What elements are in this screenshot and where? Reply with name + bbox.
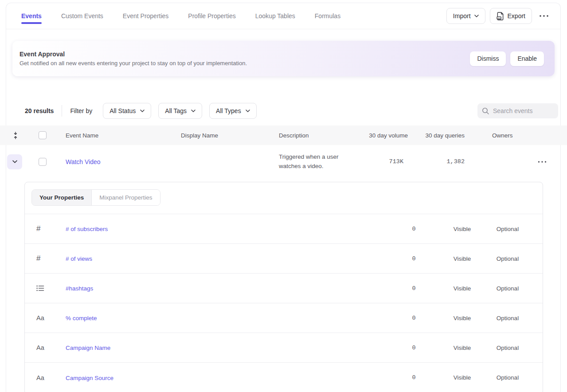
more-options-button[interactable] bbox=[536, 8, 551, 24]
property-requirement: Optional bbox=[485, 226, 530, 232]
row-checkbox[interactable] bbox=[39, 158, 47, 166]
tab-events[interactable]: Events bbox=[21, 3, 42, 29]
tab-formulas[interactable]: Formulas bbox=[315, 3, 340, 29]
nav-actions: Import csv Export bbox=[446, 8, 551, 24]
tab-custom-events[interactable]: Custom Events bbox=[61, 3, 103, 29]
text-type-icon: Aa bbox=[36, 374, 44, 381]
text-type-icon: Aa bbox=[36, 314, 44, 321]
banner-title: Event Approval bbox=[20, 51, 247, 58]
properties-tab-group: Your Properties Mixpanel Properties bbox=[31, 189, 160, 206]
dismiss-button[interactable]: Dismiss bbox=[470, 51, 506, 66]
export-label: Export bbox=[508, 12, 525, 20]
property-count: 0 bbox=[388, 315, 439, 321]
results-count: 20 results bbox=[25, 107, 54, 114]
search-icon bbox=[482, 107, 489, 115]
property-visibility: Visible bbox=[439, 285, 485, 292]
text-type-icon: Aa bbox=[36, 344, 44, 351]
event-name-link[interactable]: Watch Video bbox=[66, 158, 101, 165]
property-count: 0 bbox=[388, 255, 439, 262]
column-header-queries: 30 day queries bbox=[408, 132, 470, 139]
column-header-display-name: Display Name bbox=[173, 132, 271, 139]
vertical-divider bbox=[62, 105, 62, 117]
banner-description: Get notified on all new events entering … bbox=[20, 60, 247, 67]
top-navigation: Events Custom Events Event Properties Pr… bbox=[6, 3, 560, 29]
property-name-link[interactable]: Campaign Source bbox=[66, 375, 113, 381]
column-header-event-name: Event Name bbox=[58, 132, 173, 139]
event-approval-banner: Event Approval Get notified on all new e… bbox=[12, 41, 555, 76]
property-row: #hashtags 0 Visible Optional bbox=[25, 274, 543, 303]
list-type-icon bbox=[36, 285, 44, 291]
property-row: Aa Campaign Name 0 Visible Optional bbox=[25, 333, 543, 363]
collapse-all-icon[interactable] bbox=[12, 132, 19, 139]
property-count: 0 bbox=[388, 345, 439, 351]
property-requirement: Optional bbox=[485, 374, 530, 381]
banner-actions: Dismiss Enable bbox=[470, 51, 544, 66]
event-volume: 713K bbox=[359, 158, 408, 165]
nav-tabs: Events Custom Events Event Properties Pr… bbox=[21, 3, 340, 29]
tags-filter-label: All Tags bbox=[165, 107, 187, 114]
tab-events-label: Events bbox=[21, 12, 42, 20]
tab-custom-events-label: Custom Events bbox=[61, 12, 103, 20]
tab-event-properties[interactable]: Event Properties bbox=[123, 3, 169, 29]
filter-bar: 20 results Filter by All Status All Tags… bbox=[0, 102, 567, 120]
property-row: # # of subscribers 0 Visible Optional bbox=[25, 214, 543, 244]
types-filter-label: All Types bbox=[216, 107, 241, 114]
banner-text: Event Approval Get notified on all new e… bbox=[20, 51, 247, 67]
enable-button[interactable]: Enable bbox=[510, 51, 544, 66]
select-all-checkbox[interactable] bbox=[39, 131, 47, 139]
status-filter-dropdown[interactable]: All Status bbox=[103, 103, 151, 119]
property-visibility: Visible bbox=[439, 315, 485, 321]
property-requirement: Optional bbox=[485, 345, 530, 351]
property-count: 0 bbox=[388, 374, 439, 381]
event-description: Triggered when a user watches a video. bbox=[279, 153, 358, 171]
property-count: 0 bbox=[388, 285, 439, 292]
search-events-box bbox=[477, 103, 558, 118]
property-row: Aa Campaign Source 0 Visible Optional bbox=[25, 363, 543, 392]
event-row-watch-video: Watch Video Triggered when a user watche… bbox=[0, 145, 567, 178]
property-row: Aa % complete 0 Visible Optional bbox=[25, 303, 543, 333]
column-header-owners: Owners bbox=[470, 132, 567, 139]
tab-profile-properties[interactable]: Profile Properties bbox=[188, 3, 235, 29]
import-button[interactable]: Import bbox=[446, 8, 485, 24]
properties-tabs-row: Your Properties Mixpanel Properties bbox=[25, 182, 543, 214]
ellipsis-icon bbox=[538, 161, 547, 163]
events-table-header: Event Name Display Name Description 30 d… bbox=[0, 125, 567, 145]
collapse-row-button[interactable] bbox=[7, 154, 22, 169]
property-name-link[interactable]: # of subscribers bbox=[66, 226, 108, 232]
tab-your-properties[interactable]: Your Properties bbox=[32, 190, 92, 205]
number-type-icon: # bbox=[36, 224, 40, 233]
status-filter-label: All Status bbox=[109, 107, 136, 114]
ellipsis-icon bbox=[539, 15, 549, 17]
tab-lookup-tables[interactable]: Lookup Tables bbox=[255, 3, 295, 29]
event-queries: 1,382 bbox=[408, 158, 470, 165]
property-name-link[interactable]: #hashtags bbox=[66, 285, 93, 292]
export-button[interactable]: csv Export bbox=[490, 8, 532, 24]
property-visibility: Visible bbox=[439, 345, 485, 351]
property-name-link[interactable]: # of views bbox=[66, 255, 92, 262]
tab-event-properties-label: Event Properties bbox=[123, 12, 169, 20]
property-requirement: Optional bbox=[485, 255, 530, 262]
tags-filter-dropdown[interactable]: All Tags bbox=[158, 103, 202, 119]
property-visibility: Visible bbox=[439, 255, 485, 262]
tab-profile-properties-label: Profile Properties bbox=[188, 12, 235, 20]
property-visibility: Visible bbox=[439, 374, 485, 381]
property-name-link[interactable]: % complete bbox=[66, 315, 97, 321]
property-name-link[interactable]: Campaign Name bbox=[66, 345, 110, 351]
property-requirement: Optional bbox=[485, 285, 530, 292]
tab-lookup-tables-label: Lookup Tables bbox=[255, 12, 295, 20]
import-label: Import bbox=[453, 12, 471, 20]
tab-mixpanel-properties[interactable]: Mixpanel Properties bbox=[92, 190, 160, 205]
property-row: # # of views 0 Visible Optional bbox=[25, 244, 543, 274]
chevron-down-icon bbox=[474, 15, 479, 17]
chevron-down-icon bbox=[140, 110, 145, 112]
row-more-options-button[interactable] bbox=[535, 157, 549, 167]
chevron-down-icon bbox=[246, 110, 250, 112]
active-tab-underline bbox=[21, 22, 42, 24]
types-filter-dropdown[interactable]: All Types bbox=[209, 103, 257, 119]
property-count: 0 bbox=[388, 226, 439, 232]
event-properties-panel: Your Properties Mixpanel Properties # # … bbox=[24, 182, 543, 392]
csv-file-icon: csv bbox=[497, 12, 504, 20]
property-requirement: Optional bbox=[485, 315, 530, 321]
column-header-description: Description bbox=[271, 132, 359, 139]
search-input[interactable] bbox=[493, 107, 554, 114]
